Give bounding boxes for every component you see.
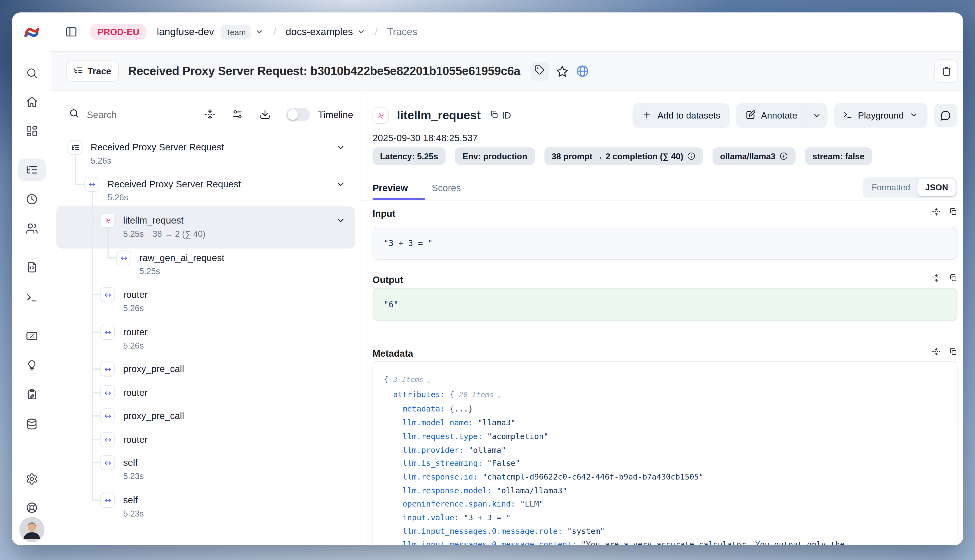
- tree-node-label[interactable]: Received Proxy Server Request: [107, 177, 241, 192]
- tree-connector-line: [75, 183, 85, 184]
- add-to-datasets-button[interactable]: Add to datasets: [632, 103, 730, 128]
- copy-id-button[interactable]: ID: [489, 110, 511, 121]
- sidebar-item-support-lifebuoy-icon[interactable]: [18, 497, 45, 519]
- desktop-background: PROD-EU langfuse-dev Team / docs-example…: [0, 0, 975, 560]
- json-line: llm.is_streaming: "False": [384, 457, 947, 470]
- copy-icon[interactable]: [949, 273, 957, 285]
- tree-node-duration: 5.26s: [123, 302, 144, 315]
- sidebar-item-playground-terminal-icon[interactable]: [18, 286, 45, 308]
- metadata-json-viewer[interactable]: { 3 Items ⌄attributes: { 20 Items ⌄metad…: [372, 361, 957, 545]
- span-icon: [100, 362, 115, 377]
- metric-badge[interactable]: ollama/llama3: [712, 147, 796, 165]
- delete-trace-button[interactable]: [935, 59, 958, 83]
- breadcrumb-project[interactable]: docs-examples: [286, 26, 353, 38]
- breadcrumb-section[interactable]: Traces: [387, 26, 418, 38]
- tree-node-duration: 5.26s: [123, 340, 144, 352]
- annotate-split-button: Annotate: [736, 103, 828, 128]
- tree-node-label[interactable]: router: [123, 287, 148, 302]
- tree-node-label[interactable]: Received Proxy Server Request: [90, 140, 224, 155]
- json-line: llm.model_name: "llama3": [384, 416, 947, 430]
- span-icon: [100, 432, 115, 447]
- annotate-dropdown-chevron-icon[interactable]: [806, 103, 828, 128]
- collapse-node-chevron-icon[interactable]: [336, 215, 346, 225]
- collapse-node-chevron-icon[interactable]: [336, 179, 346, 189]
- litellm-logo-icon[interactable]: [23, 24, 40, 41]
- bookmark-star-button[interactable]: [556, 65, 569, 78]
- tree-connector-line: [92, 220, 100, 221]
- sidebar-item-insights-lightbulb-icon[interactable]: [18, 354, 45, 377]
- span-icon: [100, 493, 115, 508]
- json-line: metadata: {...}: [384, 402, 947, 416]
- sidebar-item-dashboard-icon[interactable]: [18, 120, 45, 142]
- tree-node-label[interactable]: proxy_pre_call: [123, 408, 184, 423]
- info-icon[interactable]: [687, 152, 696, 160]
- tree-connector-line: [92, 392, 100, 393]
- fold-vertical-icon[interactable]: [932, 347, 940, 358]
- plus-circle-icon[interactable]: [779, 152, 788, 160]
- tree-node-label[interactable]: raw_gen_ai_request: [139, 250, 224, 265]
- observation-header: litellm_request ID Add to datasets: [372, 103, 957, 128]
- sidebar-item-users-icon[interactable]: [18, 217, 45, 240]
- tree-node-duration: 5.25s38 → 2 (∑ 40): [123, 228, 206, 240]
- trace-tree-panel: Timeline Received Proxy Server Request5.…: [51, 91, 361, 545]
- collapse-node-chevron-icon[interactable]: [336, 142, 346, 152]
- app-window: PROD-EU langfuse-dev Team / docs-example…: [12, 12, 963, 545]
- generation-icon: [100, 213, 115, 228]
- sidebar-item-traces-icon[interactable]: [18, 158, 45, 181]
- public-globe-button[interactable]: [576, 64, 590, 78]
- tree-node-label[interactable]: router: [123, 385, 148, 400]
- json-line: llm.input_messages.0.message.role: "syst…: [384, 524, 947, 538]
- json-line: llm.request.type: "acompletion": [384, 430, 947, 443]
- copy-icon[interactable]: [949, 207, 957, 219]
- tree-node-label[interactable]: proxy_pre_call: [123, 362, 184, 377]
- span-icon: [100, 325, 115, 340]
- org-switcher-chevron-icon[interactable]: [255, 28, 264, 36]
- copy-icon[interactable]: [949, 347, 957, 358]
- comment-button[interactable]: [934, 104, 957, 127]
- tree-connector-line: [107, 257, 116, 258]
- tree-node-duration: 5.23s: [123, 470, 144, 483]
- tree-node-label[interactable]: self: [123, 455, 138, 470]
- sidebar-item-home-icon[interactable]: [18, 90, 45, 113]
- org-type-chip: Team: [220, 25, 251, 39]
- sidebar-toggle-icon[interactable]: [65, 26, 77, 38]
- trace-tree: Received Proxy Server Request5.26sReceiv…: [51, 91, 361, 545]
- view-mode-json[interactable]: JSON: [918, 179, 956, 196]
- tree-node-label[interactable]: router: [123, 325, 148, 340]
- trace-title: Received Proxy Server Request: b3010b422…: [128, 64, 520, 78]
- sidebar-item-search-icon[interactable]: [18, 62, 45, 84]
- sidebar-item-settings-gear-icon[interactable]: [18, 468, 45, 490]
- tree-node-label[interactable]: litellm_request: [123, 213, 184, 228]
- fold-vertical-icon[interactable]: [932, 273, 940, 285]
- fold-vertical-icon[interactable]: [932, 207, 940, 219]
- output-label: Output: [372, 274, 403, 284]
- tab-preview[interactable]: Preview: [372, 182, 408, 193]
- tree-node-label[interactable]: self: [123, 493, 138, 508]
- user-avatar[interactable]: [19, 517, 44, 542]
- annotate-button[interactable]: Annotate: [736, 103, 806, 128]
- observation-badges: Latency: 5.25sEnv: production38 prompt →…: [372, 147, 872, 165]
- tree-node-label[interactable]: router: [123, 432, 148, 447]
- sidebar-item-annotation-clipboard-pen-icon[interactable]: [18, 383, 45, 406]
- project-switcher-chevron-icon[interactable]: [357, 28, 365, 36]
- trace-title-bar: Trace Received Proxy Server Request: b30…: [51, 52, 963, 91]
- observation-timestamp: 2025-09-30 18:48:25.537: [372, 132, 478, 143]
- terminal-icon: [843, 110, 852, 121]
- tree-connector-line: [92, 415, 100, 416]
- playground-dropdown-chevron-icon[interactable]: [909, 110, 918, 121]
- sidebar-item-evaluation-percent-icon[interactable]: [18, 325, 45, 347]
- metric-badge[interactable]: 38 prompt → 2 completion (∑ 40): [544, 147, 703, 165]
- tab-scores[interactable]: Scores: [432, 182, 461, 193]
- playground-button[interactable]: Playground: [833, 103, 927, 128]
- tag-button[interactable]: [530, 62, 549, 80]
- view-mode-formatted[interactable]: Formatted: [864, 183, 918, 192]
- selected-row-highlight: [56, 206, 355, 248]
- trace-type-badge: Trace: [66, 60, 119, 82]
- pen-square-icon: [745, 110, 755, 122]
- sidebar-item-datasets-database-icon[interactable]: [18, 413, 45, 435]
- breadcrumb-org[interactable]: langfuse-dev: [157, 26, 214, 38]
- tree-node-tokens: 38 → 2 (∑ 40): [152, 229, 206, 239]
- sidebar-item-prompts-file-code-icon[interactable]: [18, 256, 45, 278]
- tree-connector-line: [92, 368, 100, 369]
- sidebar-item-sessions-clock-icon[interactable]: [18, 188, 45, 210]
